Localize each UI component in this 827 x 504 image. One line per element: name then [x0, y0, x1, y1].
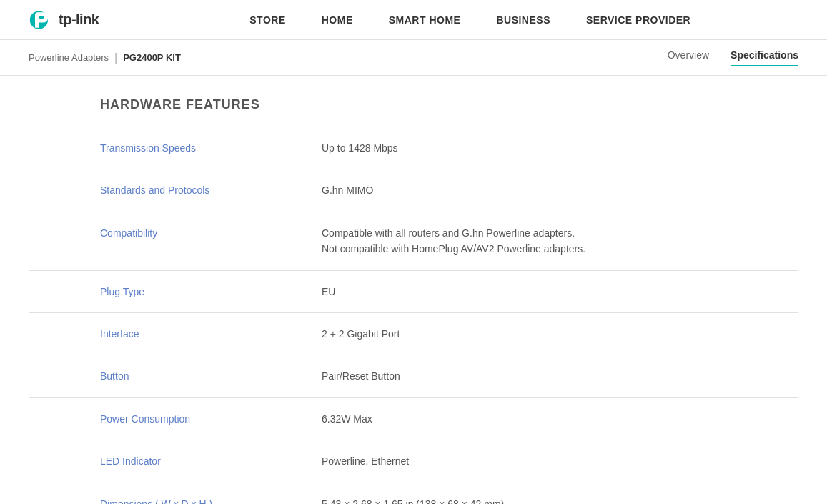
spec-value: G.hn MIMO [300, 169, 798, 212]
spec-value: 5.43 × 2.68 × 1.65 in (138 × 68 × 42 mm) [300, 483, 798, 504]
logo-text: tp-link [59, 11, 99, 28]
tp-link-logo-icon [29, 7, 54, 33]
breadcrumb-parent[interactable]: Powerline Adapters [29, 52, 109, 63]
breadcrumb-current: PG2400P KIT [123, 52, 181, 63]
table-row: Power Consumption6.32W Max [29, 397, 798, 440]
spec-label: Standards and Protocols [29, 169, 300, 212]
table-row: ButtonPair/Reset Button [29, 355, 798, 397]
nav-service-provider[interactable]: SERVICE PROVIDER [586, 14, 690, 26]
spec-label: Plug Type [29, 270, 300, 312]
tab-overview[interactable]: Overview [668, 49, 709, 66]
table-row: LED IndicatorPowerline, Ethernet [29, 440, 798, 483]
table-row: Standards and ProtocolsG.hn MIMO [29, 169, 798, 212]
breadcrumb: Powerline Adapters | PG2400P KIT [29, 51, 181, 64]
spec-value: 2 + 2 Gigabit Port [300, 312, 798, 355]
spec-value: Up to 1428 Mbps [300, 127, 798, 169]
spec-value: EU [300, 270, 798, 312]
nav-smart-home[interactable]: SMART HOME [389, 14, 461, 26]
breadcrumb-separator: | [114, 51, 117, 64]
main-nav: STORE HOME SMART HOME BUSINESS SERVICE P… [142, 14, 799, 26]
spec-label: Compatibility [29, 212, 300, 270]
spec-label: Interface [29, 312, 300, 355]
table-row: Plug TypeEU [29, 270, 798, 312]
spec-value: Pair/Reset Button [300, 355, 798, 397]
tab-specifications[interactable]: Specifications [731, 49, 798, 66]
table-row: CompatibilityCompatible with all routers… [29, 212, 798, 270]
spec-value: Powerline, Ethernet [300, 440, 798, 483]
spec-value: Compatible with all routers and G.hn Pow… [300, 212, 798, 270]
table-row: Dimensions ( W x D x H )5.43 × 2.68 × 1.… [29, 483, 798, 504]
page-tabs: Overview Specifications [668, 49, 798, 66]
table-row: Transmission SpeedsUp to 1428 Mbps [29, 127, 798, 169]
spec-label: Power Consumption [29, 397, 300, 440]
table-row: Interface2 + 2 Gigabit Port [29, 312, 798, 355]
main-content: HARDWARE FEATURES Transmission SpeedsUp … [0, 76, 827, 504]
section-title: HARDWARE FEATURES [29, 97, 798, 112]
spec-label: Button [29, 355, 300, 397]
spec-label: Transmission Speeds [29, 127, 300, 169]
specs-table: Transmission SpeedsUp to 1428 MbpsStanda… [29, 127, 798, 504]
nav-store[interactable]: STORE [249, 14, 285, 26]
spec-label: Dimensions ( W x D x H ) [29, 483, 300, 504]
subnav: Powerline Adapters | PG2400P KIT Overvie… [0, 40, 827, 76]
spec-value: 6.32W Max [300, 397, 798, 440]
logo[interactable]: tp-link [29, 7, 99, 33]
nav-home[interactable]: HOME [322, 14, 353, 26]
nav-business[interactable]: BUSINESS [496, 14, 550, 26]
spec-label: LED Indicator [29, 440, 300, 483]
